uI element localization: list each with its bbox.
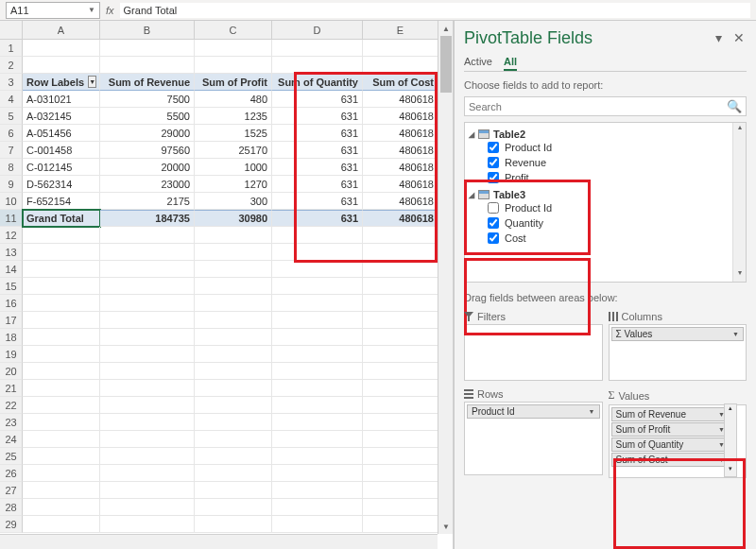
values-scroll-down[interactable]: ▾ <box>725 465 736 476</box>
cell[interactable] <box>363 482 438 499</box>
cell[interactable]: 480618 <box>363 91 438 108</box>
row-header[interactable]: 19 <box>0 346 23 363</box>
field-search-input[interactable] <box>469 101 727 112</box>
cell[interactable] <box>23 261 100 278</box>
row-header[interactable]: 14 <box>0 261 23 278</box>
field-checkbox[interactable] <box>488 217 499 229</box>
cell[interactable] <box>363 363 438 380</box>
rows-box[interactable]: Product Id▼ <box>464 402 603 475</box>
cell[interactable] <box>100 278 195 295</box>
column-header-B[interactable]: B <box>100 21 195 40</box>
field-item[interactable]: Cost <box>469 231 742 246</box>
cell[interactable] <box>100 516 195 533</box>
filter-dropdown-icon[interactable]: ▼ <box>88 76 96 88</box>
cell[interactable]: 480618 <box>363 176 438 193</box>
cell[interactable] <box>272 448 363 465</box>
cell[interactable]: 23000 <box>100 176 195 193</box>
cell[interactable]: 30980 <box>195 210 272 227</box>
cell[interactable]: A-032145 <box>23 108 100 125</box>
cell[interactable]: 5500 <box>100 108 195 125</box>
cell[interactable] <box>195 499 272 516</box>
cell[interactable] <box>272 227 363 244</box>
cell[interactable] <box>100 380 195 397</box>
cell[interactable] <box>363 295 438 312</box>
row-header[interactable]: 28 <box>0 499 23 516</box>
cell[interactable]: 631 <box>272 210 363 227</box>
cell[interactable]: 631 <box>272 125 363 142</box>
chip-dropdown-icon[interactable]: ▼ <box>589 408 595 415</box>
column-header-C[interactable]: C <box>195 21 272 40</box>
cell[interactable]: F-652154 <box>23 193 100 210</box>
cell[interactable]: Sum of Cost <box>363 74 438 91</box>
cell[interactable] <box>363 40 438 57</box>
row-header[interactable]: 9 <box>0 176 23 193</box>
cell[interactable] <box>195 227 272 244</box>
cell[interactable] <box>23 363 100 380</box>
row-header[interactable]: 21 <box>0 380 23 397</box>
cell[interactable] <box>100 346 195 363</box>
table-node[interactable]: ◢Table2Product IdRevenueProfit <box>469 127 742 187</box>
cell[interactable] <box>195 57 272 74</box>
cell[interactable]: 480618 <box>363 125 438 142</box>
cell[interactable] <box>363 261 438 278</box>
cell[interactable] <box>23 380 100 397</box>
cell[interactable] <box>363 499 438 516</box>
cell[interactable]: 631 <box>272 108 363 125</box>
row-header[interactable]: 18 <box>0 329 23 346</box>
cell[interactable]: 25170 <box>195 142 272 159</box>
cell[interactable] <box>195 312 272 329</box>
cell[interactable] <box>23 244 100 261</box>
field-checkbox[interactable] <box>488 157 499 168</box>
cell[interactable]: 480618 <box>363 142 438 159</box>
cell[interactable] <box>272 40 363 57</box>
cell[interactable] <box>363 346 438 363</box>
field-item[interactable]: Quantity <box>469 215 742 231</box>
cell[interactable] <box>23 482 100 499</box>
cell[interactable] <box>272 346 363 363</box>
row-header[interactable]: 2 <box>0 57 23 74</box>
row-header[interactable]: 29 <box>0 516 23 533</box>
cell[interactable] <box>272 261 363 278</box>
tab-all[interactable]: All <box>504 54 517 71</box>
row-header[interactable]: 11 <box>0 210 23 227</box>
cell[interactable] <box>100 397 195 414</box>
cell[interactable] <box>272 482 363 499</box>
cell[interactable] <box>272 499 363 516</box>
area-chip[interactable]: Product Id▼ <box>467 404 600 419</box>
vertical-scrollbar[interactable]: ▲ ▼ <box>438 21 453 534</box>
cell[interactable] <box>23 295 100 312</box>
column-header-A[interactable]: A <box>23 21 100 40</box>
cell[interactable]: 184735 <box>100 210 195 227</box>
cell[interactable] <box>195 363 272 380</box>
cell[interactable] <box>100 431 195 448</box>
worksheet[interactable]: ABCDE 1234567891011121314151617181920212… <box>0 21 454 549</box>
cell[interactable] <box>195 431 272 448</box>
cell[interactable]: 631 <box>272 176 363 193</box>
cell[interactable]: 1270 <box>195 176 272 193</box>
cell[interactable] <box>195 244 272 261</box>
collapse-icon[interactable]: ◢ <box>469 191 474 199</box>
cell[interactable]: 631 <box>272 159 363 176</box>
cell[interactable] <box>23 329 100 346</box>
cell[interactable] <box>272 57 363 74</box>
values-area[interactable]: ΣValues Sum of Revenue▼Sum of Profit▼Sum… <box>609 386 747 478</box>
area-chip[interactable]: Sum of Revenue▼ <box>611 407 730 421</box>
cell[interactable]: Sum of Quantity <box>272 74 363 91</box>
cell[interactable]: 480618 <box>363 193 438 210</box>
cell[interactable] <box>100 40 195 57</box>
row-header[interactable]: 25 <box>0 448 23 465</box>
field-checkbox[interactable] <box>488 232 499 244</box>
cell[interactable]: 480618 <box>363 210 438 227</box>
tab-active[interactable]: Active <box>464 54 492 71</box>
field-checkbox[interactable] <box>488 142 499 153</box>
cell[interactable]: C-012145 <box>23 159 100 176</box>
pane-options-dropdown[interactable]: ▾ <box>715 30 722 45</box>
cell[interactable] <box>195 448 272 465</box>
cell[interactable] <box>23 57 100 74</box>
row-header[interactable]: 10 <box>0 193 23 210</box>
cell[interactable] <box>100 227 195 244</box>
field-item[interactable]: Product Id <box>469 140 742 155</box>
cell[interactable]: C-001458 <box>23 142 100 159</box>
cell[interactable]: 480618 <box>363 159 438 176</box>
cell[interactable] <box>272 431 363 448</box>
